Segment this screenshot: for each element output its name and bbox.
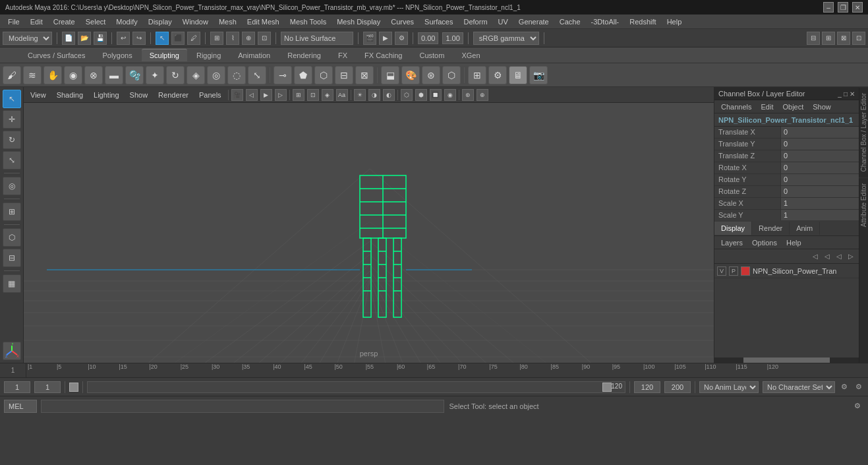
shelf-btn-5[interactable]: ⊗ xyxy=(84,66,103,84)
vp-iso-btn[interactable]: ⊛ xyxy=(462,89,474,101)
display-mode-btn4[interactable]: ⊡ xyxy=(852,32,865,45)
vp-shadow-btn[interactable]: ◑ xyxy=(368,89,380,101)
menu-cache[interactable]: Cache xyxy=(554,16,586,27)
cb-menu-object[interactable]: Object xyxy=(778,102,807,112)
shelf-btn-1[interactable]: 🖌 xyxy=(3,66,21,84)
display-mode-btn3[interactable]: ⊠ xyxy=(837,32,850,45)
render-btn[interactable]: 🎬 xyxy=(363,32,376,45)
viewport[interactable]: View Shading Lighting Show Renderer Pane… xyxy=(24,87,714,363)
shelf-btn-26[interactable]: 📷 xyxy=(529,66,548,84)
command-input[interactable] xyxy=(41,400,444,413)
tab-rigging[interactable]: Rigging xyxy=(188,49,229,61)
menu-create[interactable]: Create xyxy=(48,16,80,27)
vp-frame-btn[interactable]: ⊡ xyxy=(307,89,319,101)
attr-rotate-y[interactable]: Rotate Y 0 xyxy=(714,174,859,186)
vp-menu-renderer[interactable]: Renderer xyxy=(154,90,192,100)
attr-val-translate-z[interactable]: 0 xyxy=(780,150,859,162)
vp-aa-btn[interactable]: Aa xyxy=(336,89,348,101)
display-settings-btn[interactable]: ⚙ xyxy=(395,32,408,45)
layer-color-swatch[interactable] xyxy=(741,266,750,276)
tab-xgen[interactable]: XGen xyxy=(453,49,488,61)
ipr-btn[interactable]: ▶ xyxy=(379,32,392,45)
menu-generate[interactable]: Generate xyxy=(513,16,554,27)
vtab-attribute-editor[interactable]: Attribute Editor xyxy=(859,177,868,232)
redo-btn[interactable]: ↪ xyxy=(132,32,146,45)
axis-btn[interactable]: Z X Y xyxy=(3,342,21,360)
shelf-btn-17[interactable]: ⊟ xyxy=(335,66,353,84)
vp-menu-shading[interactable]: Shading xyxy=(53,90,87,100)
shelf-btn-12[interactable]: ◌ xyxy=(227,66,246,84)
menu-redshift[interactable]: Redshift xyxy=(624,16,661,27)
select-tool-btn[interactable]: ↖ xyxy=(156,32,169,45)
anim-layer-select[interactable]: No Anim Layer xyxy=(699,381,759,393)
menu-display[interactable]: Display xyxy=(143,16,177,27)
anim-start-input[interactable] xyxy=(634,381,660,393)
show-manipulator-btn[interactable]: ⊞ xyxy=(3,202,21,221)
shelf-btn-21[interactable]: ⊛ xyxy=(422,66,440,84)
shelf-btn-7[interactable]: 🫧 xyxy=(125,66,144,84)
shelf-btn-18[interactable]: ⊠ xyxy=(355,66,374,84)
shelf-btn-4[interactable]: ◉ xyxy=(64,66,82,84)
cb-menu-show[interactable]: Show xyxy=(809,102,835,112)
snap-grid-btn[interactable]: ⊞ xyxy=(210,32,223,45)
menu-mesh-tools[interactable]: Mesh Tools xyxy=(285,16,332,27)
le-tab-render[interactable]: Render xyxy=(752,222,790,235)
le-menu-help[interactable]: Help xyxy=(782,237,805,248)
le-tab-display[interactable]: Display xyxy=(714,222,752,235)
frame-start-input[interactable] xyxy=(4,381,30,393)
menu-curves[interactable]: Curves xyxy=(386,16,419,27)
shelf-btn-14[interactable]: ⊸ xyxy=(274,66,292,84)
cb-menu-channels[interactable]: Channels xyxy=(717,102,755,112)
shelf-btn-20[interactable]: 🎨 xyxy=(401,66,420,84)
open-file-btn[interactable]: 📂 xyxy=(78,32,91,45)
frame-current-input[interactable] xyxy=(34,381,61,393)
attr-scale-x[interactable]: Scale X 1 xyxy=(714,198,859,210)
rotate-tool-btn[interactable]: ↻ xyxy=(3,131,21,149)
soft-select-btn[interactable]: ◎ xyxy=(3,177,21,195)
menu-window[interactable]: Window xyxy=(177,16,214,27)
frame-slider[interactable]: 120 xyxy=(87,381,625,393)
vp-ao-btn[interactable]: ◐ xyxy=(383,89,395,101)
vp-grid-btn[interactable]: ⊞ xyxy=(293,89,304,101)
vp-menu-show[interactable]: Show xyxy=(126,90,152,100)
layer-edit-icon[interactable]: ◁ xyxy=(822,251,832,262)
tab-sculpting[interactable]: Sculpting xyxy=(142,49,187,61)
anim-end-input[interactable] xyxy=(664,381,691,393)
vp-wire-btn[interactable]: ⬡ xyxy=(401,89,413,101)
minimize-button[interactable]: – xyxy=(823,2,834,13)
status-script-icon[interactable]: ⚙ xyxy=(851,400,864,413)
tab-fx[interactable]: FX xyxy=(330,49,355,61)
vp-material-btn[interactable]: ◉ xyxy=(444,89,456,101)
cb-close-btn[interactable]: ✕ xyxy=(850,90,855,98)
menu-select[interactable]: Select xyxy=(80,16,111,27)
tab-rendering[interactable]: Rendering xyxy=(279,49,329,61)
paint-tool-btn[interactable]: ⊟ xyxy=(3,249,21,267)
attr-val-rotate-z[interactable]: 0 xyxy=(780,186,859,197)
layer-scrollbar[interactable] xyxy=(714,357,859,363)
attr-val-translate-x[interactable]: 0 xyxy=(780,127,859,138)
menu-edit-mesh[interactable]: Edit Mesh xyxy=(242,16,285,27)
shelf-btn-11[interactable]: ◎ xyxy=(207,66,225,84)
shelf-btn-15[interactable]: ⬟ xyxy=(294,66,312,84)
attr-val-rotate-x[interactable]: 0 xyxy=(780,162,859,173)
snap-view-btn[interactable]: ⊡ xyxy=(258,32,271,45)
le-menu-layers[interactable]: Layers xyxy=(717,237,747,248)
vp-sel-btn[interactable]: ⊕ xyxy=(477,89,488,101)
vp-render-quality-btn[interactable]: ◈ xyxy=(322,89,333,101)
shelf-btn-25[interactable]: 🖥 xyxy=(509,66,527,84)
save-file-btn[interactable]: 💾 xyxy=(94,32,107,45)
menu-mesh-display[interactable]: Mesh Display xyxy=(332,16,386,27)
playback-options-icon[interactable]: ⚙ xyxy=(839,382,850,392)
shelf-btn-8[interactable]: ✦ xyxy=(146,66,164,84)
vp-menu-lighting[interactable]: Lighting xyxy=(90,90,123,100)
attr-translate-x[interactable]: Translate X 0 xyxy=(714,127,859,139)
shelf-btn-13[interactable]: ⤡ xyxy=(248,66,266,84)
shelf-btn-2[interactable]: ≋ xyxy=(23,66,42,84)
char-options-icon[interactable]: ⚙ xyxy=(854,382,864,392)
workspace-select[interactable]: Modeling xyxy=(3,32,52,45)
shelf-btn-16[interactable]: ⬡ xyxy=(314,66,333,84)
new-file-btn[interactable]: 📄 xyxy=(62,32,75,45)
snap-curve-btn[interactable]: ⌇ xyxy=(226,32,239,45)
shelf-btn-10[interactable]: ◈ xyxy=(187,66,205,84)
vp-next-btn[interactable]: ▷ xyxy=(275,89,287,101)
